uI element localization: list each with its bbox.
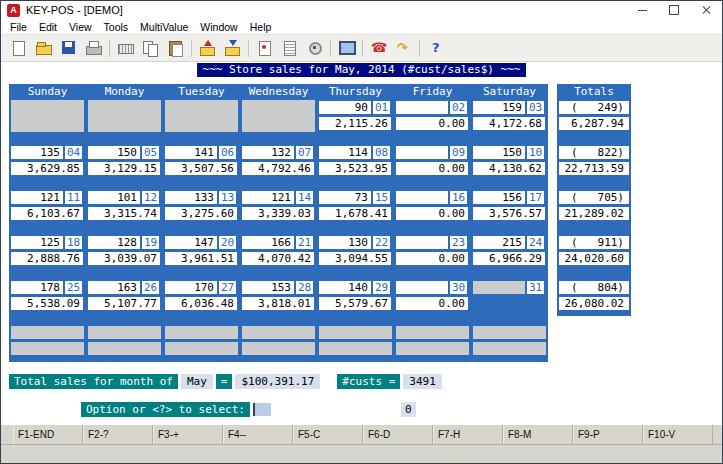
day-sales-cell: 5,107.77 [86, 296, 163, 312]
day-number: 02 [450, 101, 467, 114]
day-cell [471, 341, 548, 357]
sales-value: 6,103.67 [11, 207, 83, 220]
open-button[interactable] [31, 37, 56, 60]
sales-value: 3,094.55 [319, 252, 391, 265]
sales-value: 0.00 [396, 117, 468, 130]
window-title: KEY-POS - [DEMO] [26, 4, 626, 16]
sales-value: 3,576.57 [473, 207, 545, 220]
menu-tools[interactable]: Tools [98, 21, 135, 33]
fkey-f5[interactable]: F5-C [293, 425, 363, 444]
fkey-f3[interactable]: F3-+ [153, 425, 223, 444]
day-sales-cell [86, 116, 163, 132]
fkey-f9[interactable]: F9-P [573, 425, 643, 444]
menu-edit[interactable]: Edit [33, 21, 63, 33]
fkey-f8[interactable]: F8-M [503, 425, 573, 444]
sales-value: 5,579.67 [319, 297, 391, 310]
day-number: 09 [450, 146, 467, 159]
day-number: 10 [527, 146, 544, 159]
toolbar-separator [330, 40, 331, 57]
customer-count: 130 [319, 236, 371, 249]
print-button[interactable] [81, 37, 106, 60]
day-number: 17 [527, 191, 544, 204]
day-cell: 7315 [317, 190, 394, 206]
day-sales-cell: 3,275.60 [163, 206, 240, 222]
menu-multivalue[interactable]: MultiValue [134, 21, 194, 33]
save-button[interactable] [56, 37, 81, 60]
day-cell: 14720 [163, 235, 240, 251]
day-cell [86, 100, 163, 116]
minimize-button[interactable] [626, 1, 658, 19]
reset-icon [395, 40, 412, 56]
sales-value: 3,129.15 [88, 162, 160, 175]
day-number: 28 [296, 281, 313, 294]
screen-title-banner: ~~~ Store sales for May, 2014 (#cust/sal… [197, 63, 527, 77]
day-sales-cell: 3,507.56 [163, 161, 240, 177]
day-cell [9, 341, 86, 357]
empty-day-cell [242, 116, 315, 132]
empty-week-row [9, 325, 631, 341]
day-number: 20 [219, 236, 236, 249]
upload-button[interactable] [195, 37, 220, 60]
customer-count: 150 [88, 146, 140, 159]
week-counts-row: 1211110112133131211473151615617( 705) [9, 190, 631, 206]
wizard-button[interactable] [302, 37, 327, 60]
customer-count: 135 [11, 146, 63, 159]
sales-total-slot: 26,080.02 [557, 296, 631, 312]
keyboard-button[interactable] [113, 37, 138, 60]
day-number: 16 [450, 191, 467, 204]
terminal-button[interactable] [334, 37, 359, 60]
day-header-slot: Thursday [317, 84, 394, 100]
customer-count: 125 [11, 236, 63, 249]
phone-button[interactable] [366, 37, 391, 60]
customer-count: 121 [11, 191, 63, 204]
empty-count-cell [473, 281, 525, 294]
notes-icon [281, 40, 298, 56]
help-button[interactable] [423, 37, 448, 60]
download-button[interactable] [220, 37, 245, 60]
terminal-icon [338, 40, 355, 56]
option-input[interactable] [253, 403, 271, 416]
sales-total-slot: 6,287.94 [557, 116, 631, 132]
totals-header-slot: Totals [557, 84, 631, 100]
day-header: Sunday [9, 84, 86, 100]
fkey-f7[interactable]: F7-H [433, 425, 503, 444]
count-total-slot: ( 911) [557, 235, 631, 251]
menu-window[interactable]: Window [194, 21, 243, 33]
title-bar[interactable]: A KEY-POS - [DEMO] [1, 1, 722, 19]
capture-icon [256, 40, 273, 56]
sales-value: 1,678.41 [319, 207, 391, 220]
close-button[interactable] [690, 1, 722, 19]
day-header-slot: Wednesday [240, 84, 317, 100]
new-button[interactable] [6, 37, 31, 60]
fkey-f1[interactable]: F1-END [13, 425, 83, 444]
column-gap [548, 235, 557, 251]
fkey-f4[interactable]: F4-- [223, 425, 293, 444]
empty-day-cell [242, 100, 315, 116]
wizard-icon [306, 40, 323, 56]
capture-button[interactable] [252, 37, 277, 60]
day-sales-cell: 6,103.67 [9, 206, 86, 222]
menu-file[interactable]: File [4, 21, 33, 33]
day-cell: 23 [394, 235, 471, 251]
fkey-f6[interactable]: F6-D [363, 425, 433, 444]
day-number: 07 [296, 146, 313, 159]
menu-view[interactable]: View [63, 21, 98, 33]
toolbar-separator [419, 40, 420, 57]
fkey-f2[interactable]: F2-? [83, 425, 153, 444]
count-total-slot: ( 249) [557, 100, 631, 116]
fkey-f10[interactable]: F10-V [643, 425, 713, 444]
week-count-total: ( 911) [559, 236, 629, 249]
sales-value: 4,070.42 [242, 252, 314, 265]
day-header-slot: Friday [394, 84, 471, 100]
day-number: 24 [527, 236, 544, 249]
menu-help[interactable]: Help [244, 21, 278, 33]
notes-button[interactable] [277, 37, 302, 60]
paste-button[interactable] [163, 37, 188, 60]
week-sales-row: 2,115.260.004,172.686,287.94 [9, 116, 631, 132]
maximize-button[interactable] [658, 1, 690, 19]
day-cell [317, 341, 394, 357]
day-header: Wednesday [240, 84, 317, 100]
copy-button[interactable] [138, 37, 163, 60]
reset-button[interactable] [391, 37, 416, 60]
empty-day-cell [319, 326, 392, 339]
